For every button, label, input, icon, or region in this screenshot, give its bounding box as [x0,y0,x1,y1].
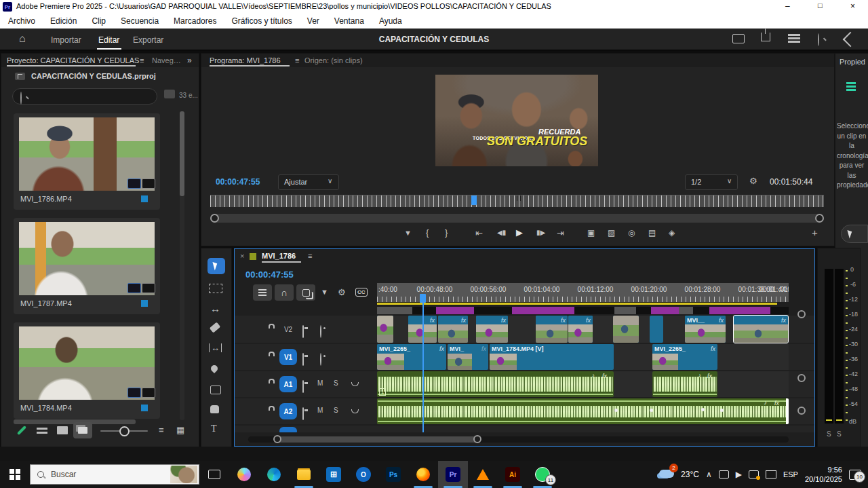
taskbar-search[interactable]: Buscar [30,464,199,485]
clip-name[interactable]: MVI_1784.MP4 [20,404,72,412]
program-video-frame[interactable]: TODOS LOS SERVICIOS: RECUERDA SON GRATUI… [435,75,598,166]
timeline-clip[interactable]: MVI_1784.MP4 [V] [490,344,614,370]
timeline-ruler[interactable]: :40:00 00:00:48:00 00:00:56:00 00:01:04:… [377,283,789,302]
source-patch-icon[interactable] [302,380,304,393]
file-explorer-icon[interactable] [289,461,319,488]
razor-tool[interactable] [210,322,221,333]
tab-navegador[interactable]: Navegador [152,56,184,64]
workspaces-icon[interactable] [788,34,800,36]
type-tool[interactable]: T [211,424,217,434]
go-to-in-icon[interactable]: ⇤ [475,229,483,238]
multicam-icon[interactable]: ▤ [648,229,656,237]
add-marker-icon[interactable]: ▼ [404,229,412,237]
track-v2-label[interactable]: V2 [279,321,297,337]
navigate-up-icon[interactable] [15,73,25,80]
program-playhead[interactable] [471,195,477,205]
go-to-out-icon[interactable]: ⇥ [557,229,564,238]
vlc-icon[interactable] [468,461,498,488]
timeline-timecode[interactable]: 00:00:47:55 [245,269,294,280]
more-tabs-icon[interactable]: » [187,56,192,64]
menu-clip[interactable]: Clip [92,16,106,26]
tab-proyecto[interactable]: Proyecto: CAPACITACIÓN Y CEDULAS [7,56,139,64]
vscroll-handle[interactable] [797,374,806,382]
clip-card[interactable]: MVI_1784.MP4 [14,322,160,419]
clip-card[interactable]: MVI_1786.MP4 [14,113,160,210]
timeline-settings-icon[interactable]: ⚙ [338,288,346,297]
add-button-icon[interactable]: + [812,227,818,238]
track-a2-label[interactable]: A2 [279,403,297,419]
zoom-slider-knob[interactable] [119,426,130,436]
track-visibility-icon[interactable] [320,353,321,366]
vscroll-handle[interactable] [797,310,806,318]
timeline-clip[interactable] [377,316,393,343]
timeline-tab[interactable]: MVI_1786 [262,252,296,260]
clock[interactable]: 9:56 20/10/2025 [805,465,842,485]
ripple-edit-tool[interactable]: ↔ [210,303,220,314]
filmstrip-icon[interactable]: ▦ [176,426,184,434]
mute-button[interactable]: M [317,407,323,414]
slip-tool[interactable]: ↔ [209,343,222,352]
selection-tool[interactable] [208,258,225,274]
sort-icon[interactable]: ≡ [159,426,164,434]
keyframe-dot[interactable] [650,409,653,412]
volume-icon[interactable]: ▶ [736,470,742,479]
network-display-icon[interactable] [766,470,776,478]
tray-chevron-icon[interactable]: ∧ [706,470,712,479]
track-a1-label[interactable]: A1 [279,376,297,392]
mute-button[interactable]: M [317,379,323,387]
program-zoom-bar[interactable] [210,214,824,223]
notification-center-icon[interactable]: 10 [849,470,861,480]
zoom-bar-right-handle[interactable] [815,214,824,223]
scrollbar-thumb[interactable] [180,111,184,196]
menu-ayuda[interactable]: Ayuda [379,16,402,26]
solo-button[interactable]: S [334,379,338,387]
clip-card[interactable]: MVI_1787.MP4 [14,218,160,314]
quick-find-icon[interactable] [818,33,819,46]
timeline-marker-icon[interactable]: ▼ [321,288,328,296]
hand-tool[interactable] [210,405,219,413]
source-patch-icon[interactable] [302,325,304,338]
snip-tool-icon[interactable] [749,470,759,478]
minimize-button[interactable]: – [785,1,790,11]
track-v1-label[interactable]: V1 [279,349,297,365]
snap-button[interactable]: ∩ [275,284,294,301]
program-panel-menu-icon[interactable]: ≡ [295,57,299,64]
tab-propiedades[interactable]: Propied [840,58,868,66]
mark-out-icon[interactable]: } [445,228,448,237]
premiere-icon[interactable]: Pr [438,461,468,488]
step-forward-icon[interactable]: ▮▶ [536,229,545,236]
timeline-clip[interactable]: MVI_fx [448,344,488,370]
menu-edicion[interactable]: Edición [50,16,77,26]
mark-in-icon[interactable]: { [426,228,429,237]
track-visibility-icon[interactable] [320,325,321,338]
step-back-icon[interactable]: ◀▮ [497,229,506,236]
linked-selection-button[interactable] [296,284,315,301]
zoom-bar-left-handle[interactable] [210,214,219,223]
timeline-clip-selected[interactable]: fx [734,316,788,343]
keyframe-dot[interactable] [701,408,705,411]
language-indicator[interactable]: ESP [783,470,798,478]
close-button[interactable]: × [850,1,855,11]
menu-marcadores[interactable]: Marcadores [174,16,216,26]
task-view-button[interactable] [199,461,229,488]
program-timecode[interactable]: 00:00:47:55 [216,177,260,187]
copilot-icon[interactable] [229,461,259,488]
maximize-button[interactable]: □ [818,1,823,10]
weather-temp[interactable]: 23°C [681,470,699,479]
export-frame-icon[interactable]: ◎ [628,229,635,237]
edge-icon[interactable] [259,461,289,488]
timeline-clip[interactable] [650,316,663,343]
track-select-tool[interactable] [209,284,222,293]
nest-button[interactable] [253,284,272,301]
timeline-clip[interactable] [613,316,639,343]
project-panel-menu-icon[interactable]: ≡ [140,57,144,64]
clip-name[interactable]: MVI_1786.MP4 [20,195,72,203]
photoshop-icon[interactable]: Ps [378,461,408,488]
audio-clip[interactable]: 1 ♪ fx [377,371,614,397]
firefox-icon[interactable] [408,461,438,488]
illustrator-icon[interactable]: Ai [498,461,528,488]
settings-wrench-icon[interactable]: ⚙ [749,176,757,185]
source-patch-icon[interactable] [302,407,304,420]
pencil-icon[interactable] [17,426,26,435]
microsoft-store-icon[interactable]: ⊞ [319,461,349,488]
